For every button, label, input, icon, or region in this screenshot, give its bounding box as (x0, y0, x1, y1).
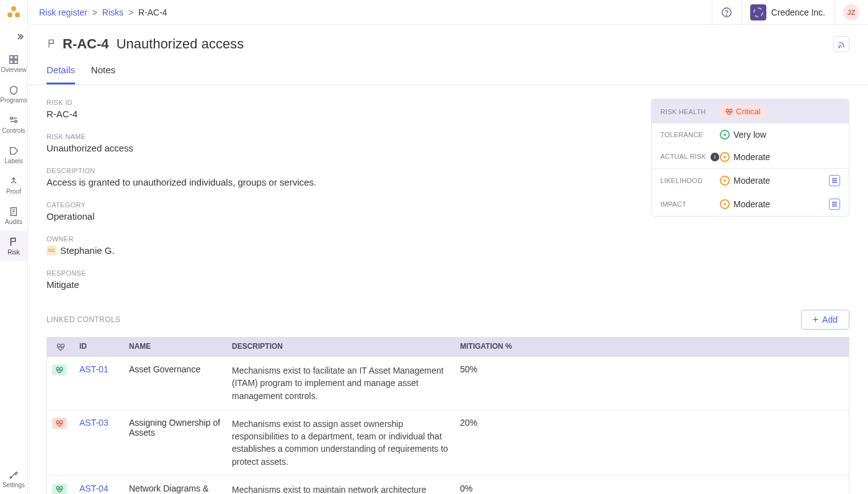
breadcrumb: Risk register > Risks > R-AC-4 (39, 7, 167, 17)
field-label-owner: OWNER (46, 235, 626, 243)
assess-value-actual: Moderate (733, 152, 770, 162)
status-chip (52, 364, 67, 375)
svg-point-1 (7, 12, 12, 17)
svg-rect-3 (10, 56, 13, 59)
field-value-category: Operational (46, 211, 626, 222)
add-control-label: Add (822, 315, 838, 325)
heart-pulse-icon (56, 342, 66, 352)
sidebar-item-risk[interactable]: Risk (0, 231, 27, 261)
page-title-id: R-AC-4 (63, 36, 109, 52)
control-mitigation: 50% (455, 364, 849, 374)
control-name: Assigning Ownership of Assets (124, 418, 227, 438)
col-header-description[interactable]: DESCRIPTION (227, 342, 455, 352)
sidebar-item-label: Settings (2, 482, 25, 488)
target-icon (720, 176, 730, 186)
avatar: JZ (843, 4, 859, 20)
breadcrumb-link-risks[interactable]: Risks (102, 7, 123, 17)
linked-controls-table: ID NAME DESCRIPTION MITIGATION % AST-01A… (46, 337, 849, 494)
field-label-risk-name: RISK NAME (46, 133, 626, 140)
col-header-status (47, 342, 74, 352)
sidebar: Overview Programs Controls Labels Proof … (0, 0, 28, 494)
add-control-button[interactable]: + Add (801, 310, 849, 330)
control-name: Network Diagrams & Data Flow Diagrams (D… (124, 483, 227, 494)
assess-value-impact: Moderate (733, 199, 770, 209)
info-icon[interactable]: i (711, 153, 719, 161)
svg-rect-5 (10, 60, 13, 63)
field-label-response: RESPONSE (46, 269, 626, 277)
heart-pulse-icon (55, 366, 64, 374)
org-switcher[interactable]: Credence Inc. (741, 0, 834, 24)
edit-impact-button[interactable] (829, 199, 840, 210)
col-header-id[interactable]: ID (74, 342, 124, 352)
help-button[interactable] (712, 0, 741, 24)
sidebar-item-controls[interactable]: Controls (0, 109, 27, 140)
table-row[interactable]: AST-04Network Diagrams & Data Flow Diagr… (47, 475, 849, 494)
assess-label-actual: ACTUAL RISK i (660, 153, 720, 161)
table-header: ID NAME DESCRIPTION MITIGATION % (47, 337, 849, 357)
risk-health-badge: Critical (720, 106, 766, 117)
control-mitigation: 0% (455, 483, 849, 493)
feed-button[interactable] (833, 36, 849, 52)
control-id-link[interactable]: AST-01 (74, 364, 124, 374)
sidebar-item-proof[interactable]: Proof (0, 170, 27, 200)
risk-assessment-panel: RISK HEALTH Critical TOLERANCE Very (651, 99, 849, 217)
sidebar-expand-button[interactable] (0, 27, 27, 46)
linked-controls-title: LINKED CONTROLS (46, 315, 120, 324)
page-title: R-AC-4 Unauthorized access (63, 36, 244, 52)
target-icon (720, 199, 730, 209)
page-header: R-AC-4 Unauthorized access Details Notes (28, 25, 868, 84)
status-chip (52, 483, 67, 494)
sidebar-nav: Overview Programs Controls Labels Proof … (0, 48, 27, 261)
topbar: Risk register > Risks > R-AC-4 Credence … (28, 0, 868, 25)
tabs: Details Notes (46, 65, 849, 84)
svg-rect-6 (14, 60, 17, 63)
assess-label-impact: IMPACT (660, 200, 720, 208)
target-icon (720, 130, 730, 140)
help-icon (721, 7, 732, 18)
svg-point-0 (11, 6, 16, 11)
col-header-mitigation[interactable]: MITIGATION % (455, 342, 849, 352)
table-row[interactable]: AST-03Assigning Ownership of AssetsMecha… (47, 410, 849, 475)
sidebar-item-label: Overview (1, 66, 27, 73)
control-description: Mechanisms exist to facilitate an IT Ass… (227, 364, 455, 402)
field-value-risk-name: Unauthorized access (46, 143, 626, 153)
breadcrumb-link-register[interactable]: Risk register (39, 7, 87, 17)
col-header-name[interactable]: NAME (124, 342, 227, 352)
control-id-link[interactable]: AST-04 (74, 483, 124, 493)
field-label-category: CATEGORY (46, 201, 626, 209)
heart-pulse-icon (55, 419, 64, 428)
sidebar-item-settings[interactable]: Settings (0, 464, 27, 494)
svg-point-13 (838, 47, 839, 48)
sidebar-item-programs[interactable]: Programs (0, 79, 27, 109)
sidebar-item-labels[interactable]: Labels (0, 140, 27, 170)
sidebar-item-overview[interactable]: Overview (0, 48, 27, 79)
sidebar-item-label: Labels (4, 158, 22, 164)
edit-likelihood-button[interactable] (829, 175, 840, 186)
tab-notes[interactable]: Notes (91, 65, 115, 84)
org-badge-icon (750, 4, 766, 20)
field-label-risk-id: RISK ID (46, 99, 626, 106)
svg-point-12 (726, 14, 727, 15)
assess-value-tolerance: Very low (733, 130, 766, 140)
sidebar-item-audits[interactable]: Audits (0, 200, 27, 231)
breadcrumb-sep: > (92, 7, 97, 17)
table-row[interactable]: AST-01Asset GovernanceMechanisms exist t… (47, 357, 849, 410)
assess-label-health: RISK HEALTH (660, 108, 720, 115)
control-description: Mechanisms exist to assign asset ownersh… (227, 418, 455, 468)
page-title-name: Unauthorized access (117, 36, 244, 52)
rss-icon (837, 40, 846, 48)
user-menu[interactable]: JZ (834, 0, 868, 24)
org-name: Credence Inc. (771, 7, 825, 17)
field-value-response: Mitigate (46, 279, 626, 290)
assess-value-health: Critical (736, 107, 761, 116)
svg-point-2 (15, 12, 20, 17)
details-fields: RISK ID R-AC-4 RISK NAME Unauthorized ac… (46, 99, 626, 303)
sidebar-item-label: Audits (5, 218, 22, 225)
owner-avatar-icon: SG (46, 246, 56, 256)
control-id-link[interactable]: AST-03 (74, 418, 124, 428)
breadcrumb-sep: > (128, 7, 133, 17)
sidebar-item-label: Proof (6, 188, 21, 195)
tab-details[interactable]: Details (46, 65, 75, 84)
field-value-description: Access is granted to unauthorized indivi… (46, 177, 626, 187)
app-logo (5, 4, 22, 21)
